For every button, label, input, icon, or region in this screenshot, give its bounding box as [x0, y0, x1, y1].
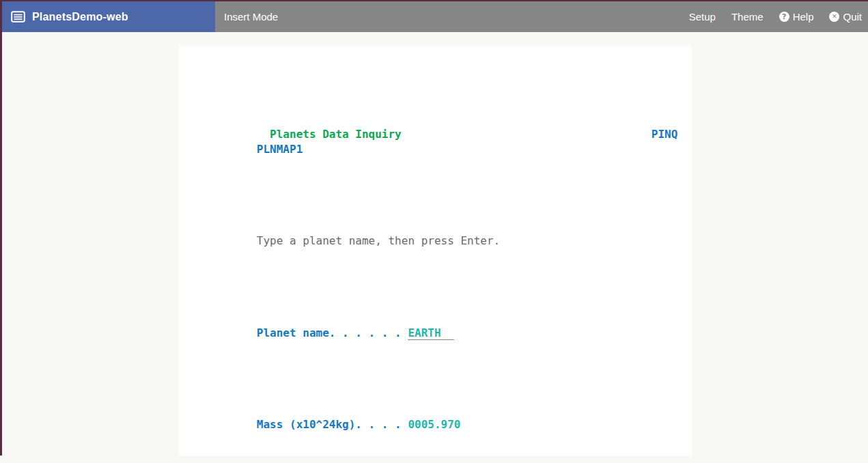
help-icon: ? — [779, 12, 789, 22]
app-brand: PlanetsDemo-web — [2, 1, 215, 32]
map-name: PLNMAP1 — [257, 143, 303, 156]
terminal-screen: PLNMAP1 Planets Data Inquiry PINQ Type a… — [179, 46, 692, 455]
list-icon — [11, 11, 25, 23]
field-value: 0005.970 — [408, 418, 460, 431]
top-bar: PlanetsDemo-web Insert Mode Setup Theme … — [2, 1, 868, 32]
theme-button[interactable]: Theme — [731, 11, 764, 23]
field-row-mass: Mass (x10^24kg). . . .0005.970 — [191, 402, 692, 417]
workspace: PLNMAP1 Planets Data Inquiry PINQ Type a… — [2, 46, 868, 463]
insert-mode-indicator: Insert Mode — [224, 11, 278, 23]
app-frame: PlanetsDemo-web Insert Mode Setup Theme … — [0, 0, 868, 455]
screen-title: Planets Data Inquiry — [270, 127, 402, 142]
field-label: Mass (x10^24kg). . . . — [257, 417, 408, 432]
app-title: PlanetsDemo-web — [32, 11, 128, 23]
instruction-row: Type a planet name, then press Enter. — [191, 219, 692, 234]
setup-button[interactable]: Setup — [689, 11, 716, 23]
instruction-text: Type a planet name, then press Enter. — [257, 234, 500, 247]
quit-button[interactable]: ✕ Quit — [829, 11, 862, 23]
transaction-id: PINQ — [652, 127, 678, 142]
menu: Setup Theme ? Help ✕ Quit — [689, 11, 868, 23]
planet-name-label: Planet name. . . . . . — [257, 326, 408, 341]
quit-icon: ✕ — [829, 12, 839, 22]
planet-name-input[interactable] — [408, 326, 453, 340]
terminal-panel[interactable]: PLNMAP1 Planets Data Inquiry PINQ Type a… — [179, 46, 692, 455]
help-button[interactable]: ? Help — [779, 11, 814, 23]
field-row-diameter: Diameter (km). . . . .012756 — [191, 448, 692, 455]
menu-bar: Insert Mode Setup Theme ? Help ✕ Quit — [215, 1, 868, 32]
screen-header-row: PLNMAP1 Planets Data Inquiry PINQ — [191, 127, 692, 142]
planet-name-row: Planet name. . . . . . — [191, 310, 692, 325]
